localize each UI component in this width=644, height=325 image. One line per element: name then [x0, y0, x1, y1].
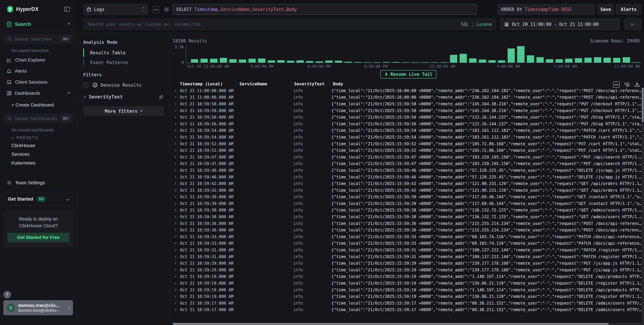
- chevron-up-icon[interactable]: [67, 23, 70, 26]
- histogram-bar[interactable]: [469, 58, 476, 62]
- lucene-mode-toggle[interactable]: Lucene: [476, 22, 492, 27]
- histogram-bar[interactable]: [268, 60, 275, 62]
- expand-row-chevron-icon[interactable]: [173, 90, 178, 91]
- expand-row-chevron-icon[interactable]: [173, 136, 178, 138]
- expand-row-chevron-icon[interactable]: [173, 176, 178, 178]
- table-row[interactable]: Oct 21 11:00:00.000 AMinfo{"time_local":…: [173, 87, 641, 94]
- horizontal-scrollbar[interactable]: [173, 323, 641, 325]
- histogram-bar[interactable]: [556, 59, 563, 62]
- chevron-up-icon[interactable]: [67, 92, 70, 95]
- histogram-bar[interactable]: [613, 58, 620, 62]
- select-columns-input[interactable]: SELECT Timestamp,ServiceName,SeverityTex…: [172, 4, 477, 15]
- expand-row-chevron-icon[interactable]: [173, 256, 178, 257]
- sql-mode-toggle[interactable]: SQL: [461, 22, 469, 27]
- table-row[interactable]: Oct 21 10:59:33.000 AMinfo{"time_local":…: [173, 240, 641, 247]
- table-row[interactable]: Oct 21 10:59:58.000 AMinfo{"time_local":…: [173, 107, 641, 114]
- expand-row-chevron-icon[interactable]: [173, 123, 178, 125]
- histogram-bar[interactable]: [402, 62, 409, 62]
- histogram-bar[interactable]: [508, 48, 515, 62]
- histogram-bar[interactable]: [364, 62, 371, 62]
- histogram-bar[interactable]: [604, 58, 611, 62]
- histogram-bar[interactable]: [258, 58, 265, 62]
- table-row[interactable]: Oct 21 10:59:19.000 AMinfo{"time_local":…: [173, 280, 641, 287]
- expand-row-chevron-icon[interactable]: [173, 209, 178, 211]
- table-row[interactable]: Oct 21 10:59:38.000 AMinfo{"time_local":…: [173, 207, 641, 214]
- table-row[interactable]: Oct 21 10:59:19.000 AMinfo{"time_local":…: [173, 287, 641, 293]
- expand-row-chevron-icon[interactable]: [173, 229, 178, 231]
- histogram-bar[interactable]: [287, 61, 294, 62]
- sidebar-item-alerts[interactable]: Alerts: [0, 65, 77, 77]
- table-row[interactable]: Oct 21 10:59:19.000 AMinfo{"time_local":…: [173, 273, 641, 280]
- table-row[interactable]: Oct 21 10:59:36.000 AMinfo{"time_local":…: [173, 220, 641, 227]
- histogram-bar[interactable]: [440, 62, 448, 62]
- table-row[interactable]: Oct 21 10:59:42.000 AMinfo{"time_local":…: [173, 180, 641, 187]
- mode-results-table[interactable]: Results Table: [83, 48, 164, 57]
- expand-row-chevron-icon[interactable]: [173, 249, 178, 251]
- expand-row-chevron-icon[interactable]: [173, 170, 178, 171]
- table-row[interactable]: Oct 21 10:59:31.000 AMinfo{"time_local":…: [173, 247, 641, 253]
- denoise-results-option[interactable]: Denoise Results: [83, 82, 164, 88]
- table-row[interactable]: Oct 21 10:59:54.000 AMinfo{"time_local":…: [173, 127, 641, 134]
- histogram-bar[interactable]: [277, 60, 284, 62]
- vertical-scrollbar[interactable]: [642, 87, 644, 325]
- table-row[interactable]: Oct 21 10:59:54.000 AMinfo{"time_local":…: [173, 134, 641, 141]
- col-header-body[interactable]: Body: [330, 81, 610, 86]
- expand-row-chevron-icon[interactable]: [173, 110, 178, 111]
- help-button[interactable]: ?: [3, 291, 11, 299]
- saved-searches-input[interactable]: Saved Searches ⌘K: [3, 34, 73, 44]
- table-row[interactable]: Oct 21 10:59:19.000 AMinfo{"time_local":…: [173, 293, 641, 300]
- table-row[interactable]: Oct 21 10:59:56.000 AMinfo{"time_local":…: [173, 114, 641, 121]
- table-row[interactable]: Oct 21 10:59:29.000 AMinfo{"time_local":…: [173, 260, 641, 267]
- chevron-right-icon[interactable]: [83, 96, 86, 98]
- table-row[interactable]: Oct 21 10:59:17.000 AMinfo{"time_local":…: [173, 307, 641, 313]
- histogram-bar[interactable]: [344, 62, 352, 62]
- expand-row-chevron-icon[interactable]: [173, 223, 178, 224]
- table-row[interactable]: Oct 21 10:59:38.000 AMinfo{"time_local":…: [173, 214, 641, 220]
- expand-row-chevron-icon[interactable]: [173, 183, 178, 184]
- create-dashboard-button[interactable]: + Create Dashboard: [0, 100, 77, 110]
- histogram-bar[interactable]: [412, 62, 419, 62]
- table-row[interactable]: Oct 21 10:59:52.000 AMinfo{"time_local":…: [173, 147, 641, 154]
- wrap-lines-icon[interactable]: [624, 82, 630, 87]
- histogram-bar[interactable]: [527, 55, 534, 62]
- table-row[interactable]: Oct 21 10:59:36.000 AMinfo{"time_local":…: [173, 227, 641, 233]
- expand-row-chevron-icon[interactable]: [173, 117, 178, 118]
- histogram-bar[interactable]: [191, 59, 198, 62]
- lucene-search-input[interactable]: Search your events w/ Lucene ex. column:…: [84, 18, 496, 30]
- histogram-bar[interactable]: [450, 55, 457, 62]
- histogram-bar[interactable]: [460, 54, 467, 62]
- mode-event-patterns[interactable]: Event Patterns: [83, 58, 164, 67]
- denoise-checkbox[interactable]: [83, 82, 88, 87]
- histogram-bar[interactable]: [421, 62, 428, 62]
- histogram-bar[interactable]: [488, 60, 496, 62]
- histogram-bar[interactable]: [325, 60, 332, 62]
- pin-icon[interactable]: [158, 94, 164, 99]
- sidebar-item-search[interactable]: Search: [0, 18, 77, 30]
- expand-row-chevron-icon[interactable]: [173, 196, 178, 198]
- events-histogram[interactable]: 3.2K 0 Oct 20 11:00:00 AM3:00:00 PM6:00:…: [173, 46, 644, 69]
- expand-row-chevron-icon[interactable]: [173, 303, 178, 304]
- expand-row-chevron-icon[interactable]: [173, 97, 178, 98]
- histogram-bar[interactable]: [220, 58, 227, 62]
- run-query-button[interactable]: ▷: [624, 18, 641, 30]
- expand-row-chevron-icon[interactable]: [173, 263, 178, 264]
- get-started-card[interactable]: Get Started 3/3: [3, 193, 73, 206]
- table-row[interactable]: Oct 21 10:59:39.000 AMinfo{"time_local":…: [173, 194, 641, 200]
- table-row[interactable]: Oct 21 10:59:17.000 AMinfo{"time_local":…: [173, 300, 641, 307]
- table-row[interactable]: Oct 21 10:59:58.000 AMinfo{"time_local":…: [173, 101, 641, 107]
- table-row[interactable]: Oct 21 10:59:56.000 AMinfo{"time_local":…: [173, 121, 641, 127]
- histogram-bar[interactable]: [354, 62, 361, 62]
- get-started-free-button[interactable]: Get Started for Free: [8, 233, 69, 242]
- table-row[interactable]: Oct 21 10:59:33.000 AMinfo{"time_local":…: [173, 233, 641, 240]
- expand-row-chevron-icon[interactable]: [173, 130, 178, 131]
- histogram-bar[interactable]: [546, 59, 553, 62]
- histogram-bar[interactable]: [517, 46, 524, 62]
- order-by-input[interactable]: ORDER BY TimestampTime DESC: [498, 4, 595, 15]
- expand-row-chevron-icon[interactable]: [173, 190, 178, 191]
- histogram-bar[interactable]: [230, 59, 236, 62]
- date-range-picker[interactable]: Oct 20 11:00:00 - Oct 21 11:00:00: [500, 18, 620, 30]
- col-header-severitytext[interactable]: SeverityText: [292, 81, 330, 86]
- histogram-bar[interactable]: [565, 59, 572, 62]
- presets-section-toggle[interactable]: PRESETS: [12, 136, 77, 140]
- horizontal-scrollbar-thumb[interactable]: [173, 323, 608, 325]
